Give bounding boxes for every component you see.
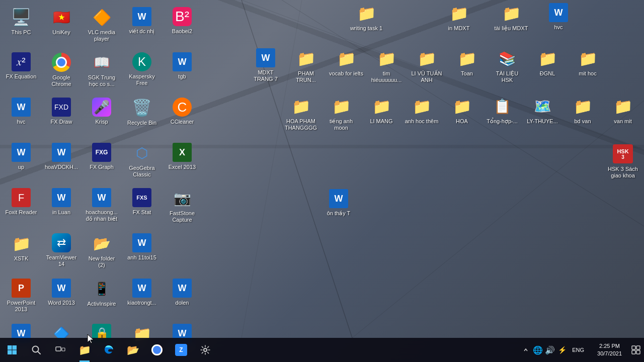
- systray-chevron[interactable]: [521, 345, 531, 355]
- icon-van-mit[interactable]: 📁 van mit: [604, 93, 642, 133]
- icon-powerpoint[interactable]: P PowerPoint 2013: [2, 276, 40, 320]
- icon-word2013[interactable]: W Word 2013: [42, 276, 80, 320]
- icon-mit-hoc[interactable]: 📁 mit hoc: [569, 45, 607, 85]
- taskbar-search-button[interactable]: [24, 338, 48, 362]
- icon-krisp[interactable]: 🎤 Krisp: [83, 95, 121, 139]
- chevron-up-icon: [523, 347, 528, 352]
- ppt-icon: P: [12, 279, 31, 298]
- icon-google-chrome[interactable]: Google Chrome: [42, 49, 80, 94]
- task-view-button[interactable]: [48, 338, 72, 362]
- dgnl-icon: 📁: [537, 48, 557, 68]
- icon-hsk3[interactable]: HSK 3 HSK 3 Sách giao khoa: [604, 141, 642, 181]
- settings-button[interactable]: [193, 338, 217, 362]
- icon-faststone[interactable]: 📷 FastStone Capture: [163, 185, 201, 229]
- start-button[interactable]: [0, 338, 24, 362]
- icon-unikey[interactable]: 🇻🇳 UniKey: [42, 4, 80, 48]
- geogebra-label: GeoGebra Classic: [125, 165, 159, 178]
- icon-kiaotrongt[interactable]: W kiaotrongt...: [123, 276, 161, 320]
- icon-tim-hieu[interactable]: 📁 tim hiéuuuuuu...: [367, 45, 406, 85]
- power-icon[interactable]: ⚡: [557, 345, 567, 355]
- icon-hoaVDCKH[interactable]: W hoaVDCKH...: [42, 140, 80, 184]
- van-mit-label: van mit: [614, 118, 631, 125]
- tieng-anh-moon-label: tiếng anh moon: [324, 118, 358, 131]
- icon-tai-lieu-mdxt[interactable]: 📁 tài liệu MDXT: [492, 0, 530, 40]
- icon-excel2013[interactable]: X Excel 2013: [163, 140, 201, 184]
- word-icon-hoa: W: [52, 143, 71, 162]
- icon-vlc[interactable]: 🔶 VLC media player: [83, 4, 121, 48]
- icon-on-thay-t[interactable]: W ôn thầy T: [319, 186, 358, 226]
- icon-xstk[interactable]: 📁 XSTK: [2, 230, 40, 275]
- icon-this-pc[interactable]: 🖥️ This PC: [2, 4, 40, 48]
- word-icon-kiao: W: [132, 279, 151, 298]
- icon-in-luan[interactable]: W in Luan: [42, 185, 80, 229]
- icon-li-mang[interactable]: 📁 LI MANG: [362, 93, 400, 133]
- ccleaner-icon: C: [173, 98, 192, 117]
- icon-hoa[interactable]: 📁 HOA: [443, 93, 481, 133]
- icon-tai-lieu-hsk[interactable]: 📚 TÀI LIỆU HSK: [488, 45, 526, 85]
- icon-kaspersky-free[interactable]: K Kaspersky Free: [123, 49, 161, 94]
- notification-button[interactable]: [628, 338, 644, 362]
- tim-hieu-label: tim hiéuuuuuu...: [369, 70, 404, 83]
- anh-hoc-them-icon: 📁: [412, 96, 432, 116]
- icon-teamviewer[interactable]: ⇄ TeamViewer 14: [42, 230, 80, 275]
- icon-anh-hoc-them[interactable]: 📁 anh hoc thêm: [403, 93, 441, 133]
- icon-baobei2[interactable]: B² Baobei2: [163, 4, 201, 48]
- icon-viet-dc-nhi[interactable]: W viết dc nhị: [123, 4, 161, 48]
- icon-activinspire[interactable]: 📱 ActivInspire: [83, 276, 121, 320]
- icon-foxit[interactable]: F Foxit Reader: [2, 185, 40, 229]
- icon-new-folder[interactable]: 📂 New folder (2): [83, 230, 121, 275]
- ly-thuye-label: LY-THUYE...: [527, 118, 558, 125]
- recycle-bin-label: Recycle Bin: [127, 120, 156, 126]
- icon-recycle-bin[interactable]: 🗑️ Recycle Bin: [123, 95, 161, 139]
- files-button[interactable]: 📂: [121, 338, 145, 362]
- icon-fx-graph[interactable]: FXG FX Graph: [83, 140, 121, 184]
- fx-graph-icon: FXG: [92, 143, 111, 162]
- file-explorer-button[interactable]: 📁: [72, 338, 97, 362]
- foxit-icon: F: [12, 188, 31, 207]
- svg-line-10: [38, 351, 40, 354]
- hoa-icon: 📁: [452, 96, 472, 116]
- icon-toan[interactable]: 📁 Toan: [448, 45, 486, 85]
- icon-in-mdxt[interactable]: 📁 in MDXT: [440, 0, 478, 40]
- vlc-label: VLC media player: [85, 29, 119, 42]
- icon-mdxt-trang7[interactable]: W MDXT TRANG 7: [247, 45, 285, 85]
- kaspersky-free-icon: K: [132, 52, 151, 71]
- icon-hvc[interactable]: W hvc: [2, 95, 40, 139]
- icon-tieng-anh-moon[interactable]: 📁 tiếng anh moon: [322, 93, 360, 133]
- icon-dgnl[interactable]: 📁 ĐGNL: [528, 45, 567, 85]
- icon-ly-thuye[interactable]: 🗺️ LY-THUYE...: [523, 93, 561, 133]
- icon-up[interactable]: W up: [2, 140, 40, 184]
- icon-geogebra[interactable]: ⬡ GeoGebra Classic: [123, 140, 161, 184]
- sgk-label: SGK Trung học co s...: [85, 74, 119, 87]
- icon-tgb[interactable]: W tgb: [163, 49, 201, 94]
- icon-pham-trun[interactable]: 📁 PHAM TRUN...: [287, 45, 325, 85]
- icon-sgk-trung[interactable]: 📖 SGK Trung học co s...: [83, 49, 121, 94]
- icon-vocab-ielts[interactable]: 📁 vocab for ielts: [327, 45, 365, 85]
- icon-writing-task1[interactable]: 📁 writing task 1: [347, 0, 385, 40]
- icon-ccleaner[interactable]: C CCleaner: [163, 95, 201, 139]
- icon-li-vu-tuan[interactable]: 📁 LI VÙ TUẤN ANH: [408, 45, 446, 85]
- icon-dolen[interactable]: W dolen: [163, 276, 201, 320]
- icon-hoachuong[interactable]: W hoachuong... đồ nhan biết: [83, 185, 121, 229]
- icon-bd-van[interactable]: 📁 bd van: [564, 93, 602, 133]
- icon-fx-stat[interactable]: FXS FX Stat: [123, 185, 161, 229]
- on-thay-t-label: ôn thầy T: [327, 210, 351, 217]
- chrome-taskbar-button[interactable]: [145, 338, 169, 362]
- icon-fx-equation[interactable]: 𝑥² FX Equation: [2, 49, 40, 94]
- icon-anh11[interactable]: W anh 11toi15: [123, 230, 161, 275]
- icon-tong-hop[interactable]: 📋 Tổng-hợp-...: [483, 93, 521, 133]
- icon-hoa-pham[interactable]: 📁 HOA PHAM THANGGGG: [282, 93, 320, 133]
- right-row3: 📁 HOA PHAM THANGGGG 📁 tiếng anh moon 📁 L…: [282, 93, 642, 133]
- krisp-icon: 🎤: [92, 98, 111, 117]
- taskbar-clock[interactable]: 2:25 PM 30/7/2021: [591, 338, 628, 362]
- icon-hvc-right[interactable]: W hvc: [539, 0, 578, 40]
- word-icon-luan: W: [52, 188, 71, 207]
- language-indicator[interactable]: ENG: [569, 345, 587, 355]
- edge-button[interactable]: [97, 338, 121, 362]
- windows-logo-icon: [7, 345, 17, 355]
- icon-fx-draw[interactable]: FXD FX Draw: [42, 95, 80, 139]
- volume-icon[interactable]: 🔊: [545, 345, 555, 355]
- zoom-button[interactable]: Z: [169, 338, 193, 362]
- network-icon[interactable]: 🌐: [533, 345, 543, 355]
- li-mang-label: LI MANG: [370, 118, 392, 125]
